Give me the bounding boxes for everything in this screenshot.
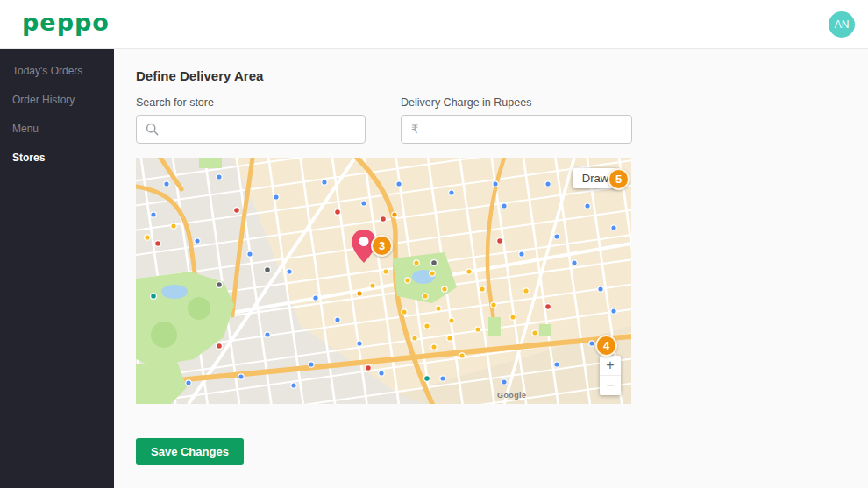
delivery-charge-input[interactable] bbox=[402, 122, 631, 137]
delivery-charge-label: Delivery Charge in Rupees bbox=[401, 96, 531, 109]
delivery-charge-field bbox=[401, 115, 632, 144]
save-changes-button[interactable]: Save Changes bbox=[136, 438, 244, 465]
tutorial-step-badge-3: 3 bbox=[371, 235, 393, 257]
tutorial-step-badge-5: 5 bbox=[608, 168, 630, 190]
sidebar-item-todays-orders[interactable]: Today's Orders bbox=[0, 57, 114, 86]
search-store-input[interactable] bbox=[166, 122, 365, 137]
sidebar-item-menu[interactable]: Menu bbox=[0, 115, 114, 144]
main-content: Define Delivery Area Search for store De… bbox=[114, 49, 868, 488]
search-store-label: Search for store bbox=[136, 96, 214, 109]
google-watermark: Google bbox=[497, 391, 526, 400]
sidebar-item-order-history[interactable]: Order History bbox=[0, 86, 114, 115]
map-zoom-control: + − bbox=[600, 356, 621, 395]
peppo-logo: peppo bbox=[22, 9, 110, 36]
map-tiles bbox=[136, 158, 631, 404]
tutorial-step-badge-4: 4 bbox=[595, 335, 617, 357]
zoom-out-button[interactable]: − bbox=[600, 375, 621, 395]
top-header: peppo AN bbox=[0, 0, 868, 49]
page-title: Define Delivery Area bbox=[136, 68, 263, 83]
sidebar-item-stores[interactable]: Stores bbox=[0, 144, 114, 173]
sidebar-nav: Today's Orders Order History Menu Stores bbox=[0, 49, 114, 488]
zoom-in-button[interactable]: + bbox=[600, 356, 621, 375]
delivery-area-map[interactable]: 3 Draw 5 + − 4 Google bbox=[136, 158, 631, 404]
search-store-field bbox=[136, 115, 366, 144]
search-icon bbox=[146, 123, 159, 136]
user-avatar[interactable]: AN bbox=[829, 11, 855, 38]
